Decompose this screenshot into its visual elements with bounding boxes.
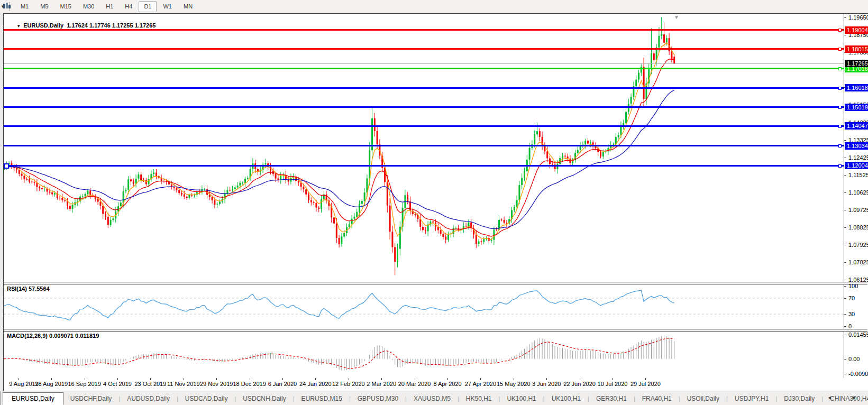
chart-switch-icon[interactable] [2, 2, 12, 11]
tab-eurusd-m15[interactable]: EURUSD,M15 [295, 393, 349, 404]
chart-title-symbol: EURUSD,Daily [23, 22, 63, 29]
timeframe-buttons: M1M5M15M30H1H4D1W1MN [15, 1, 198, 12]
horizontal-level-line[interactable] [4, 48, 844, 50]
horizontal-level-line[interactable] [4, 87, 844, 89]
horizontal-level-line[interactable] [4, 145, 844, 146]
chart-window[interactable]: ▼EURUSD,Daily 1.17624 1.17746 1.17255 1.… [3, 13, 868, 391]
timeframe-button-mn[interactable]: MN [178, 1, 198, 12]
rsi-tick[interactable]: 0 [844, 323, 868, 329]
date-tick [415, 378, 415, 380]
price-tick[interactable]: 1.07025 [844, 259, 868, 265]
macd-tick[interactable]: -0.009001 [844, 371, 868, 377]
timeframe-button-h1[interactable]: H1 [100, 1, 118, 12]
line-handle[interactable] [838, 87, 842, 90]
line-handle[interactable] [838, 106, 842, 109]
rsi-tick[interactable]: 30 [844, 311, 868, 317]
tab-audusd-daily[interactable]: AUDUSD,Daily [120, 393, 177, 404]
timeframe-button-d1[interactable]: D1 [139, 1, 157, 12]
tab-gbpusd-m30[interactable]: GBPUSD,M30 [351, 393, 405, 404]
tab-usdjpy-h1[interactable]: USDJPY,H1 [728, 393, 775, 404]
date-tick [580, 378, 580, 380]
price-tick[interactable]: 1.19650 [844, 14, 868, 21]
price-tick[interactable]: 1.06125 [844, 277, 868, 283]
tab-hk50-h1[interactable]: HK50,H1 [459, 393, 499, 404]
tab-scroll-arrows[interactable]: ◄ ► [827, 395, 866, 400]
trading-platform-window: ▼ M1M5M15M30H1H4D1W1MN ▼EURUSD,Daily 1.1… [0, 0, 868, 405]
horizontal-level-line[interactable] [4, 106, 844, 108]
chart-title-ohlc: 1.17624 1.17746 1.17255 1.17265 [67, 22, 156, 29]
price-tick[interactable]: 1.09725 [844, 207, 868, 213]
tab-dj30-daily[interactable]: DJ30,Daily [777, 393, 821, 404]
date-tick [51, 378, 52, 380]
horizontal-level-line[interactable] [4, 165, 844, 167]
date-label: 27 Apr 2020 [465, 381, 496, 387]
tab-usoil-daily[interactable]: USOil,Daily [680, 393, 726, 404]
macd-chart-canvas[interactable] [4, 332, 844, 378]
line-handle[interactable] [838, 125, 842, 128]
line-handle[interactable] [838, 164, 842, 168]
tab-uk100-h1[interactable]: UK100,H1 [500, 393, 543, 404]
timeframe-button-m5[interactable]: M5 [35, 1, 53, 12]
time-axis[interactable]: 9 Aug 201928 Aug 201916 Sep 20194 Oct 20… [4, 378, 844, 390]
price-level-badge: 1.12004 [845, 162, 868, 169]
line-handle[interactable] [838, 144, 842, 148]
tab-fra40-h1[interactable]: FRA40,H1 [635, 393, 679, 404]
rsi-indicator-label: RSI(14) 57.5564 [7, 286, 50, 292]
timeframe-button-m30[interactable]: M30 [78, 1, 99, 12]
date-label: 3 Jun 2020 [532, 381, 561, 387]
rsi-tick[interactable]: 100 [844, 283, 868, 289]
date-tick [480, 378, 481, 380]
current-price-badge: 1.17265 [845, 60, 868, 67]
date-tick [19, 378, 19, 380]
toolbar: ▼ M1M5M15M30H1H4D1W1MN [0, 0, 868, 13]
price-level-badge: 1.19004 [845, 26, 868, 34]
rsi-tick[interactable]: 70 [844, 295, 868, 301]
date-label: 29 Jul 2020 [631, 381, 661, 387]
tab-usdcad-daily[interactable]: USDCAD,Daily [178, 393, 235, 404]
date-tick [447, 378, 448, 380]
macd-tick[interactable]: 0.00 [844, 356, 868, 362]
rsi-chart-canvas[interactable] [4, 284, 844, 329]
date-label: 15 May 2020 [497, 381, 531, 387]
price-chart-canvas[interactable] [4, 14, 844, 282]
line-handle[interactable] [838, 29, 842, 32]
date-tick [613, 378, 613, 380]
symbol-dropdown-icon[interactable]: ▼ [16, 24, 21, 29]
price-tick[interactable]: 1.10625 [844, 189, 868, 196]
date-label: 29 Nov 2019 [200, 381, 233, 387]
line-handle[interactable] [838, 48, 842, 51]
line-handle[interactable] [4, 163, 9, 169]
tab-usdchf-daily[interactable]: USDCHF,Daily [63, 393, 119, 404]
date-tick [381, 378, 382, 380]
timeframe-button-m15[interactable]: M15 [54, 1, 76, 12]
date-tick [282, 378, 283, 380]
timeframe-button-m1[interactable]: M1 [15, 1, 34, 12]
date-tick [514, 378, 514, 380]
tab-usdcnh-daily[interactable]: USDCNH,Daily [236, 393, 293, 404]
horizontal-level-line[interactable] [4, 125, 844, 127]
tab-xauusd-m5[interactable]: XAUUSD,M5 [407, 393, 458, 404]
price-tick[interactable]: 1.08825 [844, 224, 868, 231]
timeframe-button-w1[interactable]: W1 [158, 1, 177, 12]
line-handle[interactable] [838, 67, 842, 70]
price-tick[interactable]: 1.11525 [844, 172, 868, 178]
date-label: 22 Jun 2020 [563, 381, 596, 387]
tab-eurusd-daily[interactable]: EURUSD,Daily [3, 392, 63, 405]
date-label: 23 Oct 2019 [134, 381, 166, 387]
price-tick[interactable]: 1.07925 [844, 242, 868, 248]
date-tick [645, 378, 646, 380]
date-label: 4 Oct 2019 [103, 381, 132, 387]
tab-ger30-h1[interactable]: GER30,H1 [589, 393, 634, 404]
date-tick [117, 378, 118, 380]
timeframe-button-h4[interactable]: H4 [120, 1, 138, 12]
chart-shift-marker[interactable]: ▼ [674, 14, 679, 20]
chart-tab-bar: EURUSD,DailyUSDCHF,Daily|AUDUSD,Daily|US… [0, 391, 868, 405]
date-tick [546, 378, 547, 380]
macd-tick[interactable]: 0.014556 [844, 332, 868, 338]
tab-uk100-h1[interactable]: UK100,H1 [545, 393, 588, 404]
price-tick[interactable]: 1.12425 [844, 154, 868, 161]
current-price-line [4, 63, 844, 64]
date-label: 28 Aug 2019 [35, 381, 68, 387]
date-label: 16 Sep 2019 [68, 381, 100, 387]
horizontal-level-line[interactable] [4, 68, 844, 69]
